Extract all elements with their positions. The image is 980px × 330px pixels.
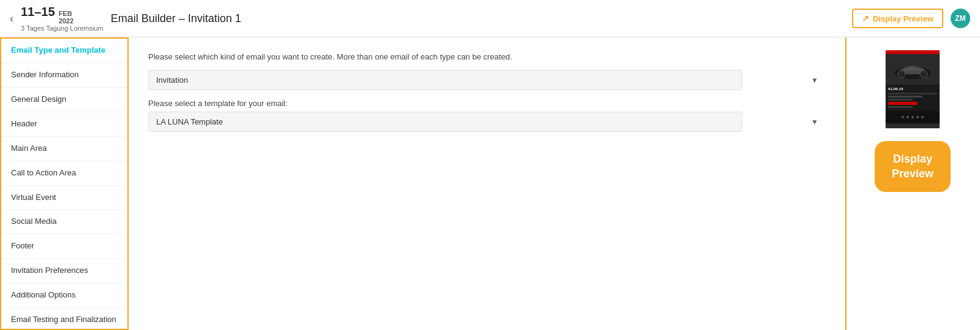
sidebar-item-social-media[interactable]: Social Media [1,210,127,234]
email-type-description: Please select which kind of email you wa… [148,52,826,61]
header-left: ‹ 11–15 FEB 2022 3 Tages Tagung Loremsiu… [10,5,241,32]
page-title: Email Builder – Invitation 1 [111,12,241,25]
main-layout: Email Type and TemplateSender Informatio… [0,37,980,330]
page-header: ‹ 11–15 FEB 2022 3 Tages Tagung Loremsiu… [0,0,980,37]
template-line-2 [888,96,922,98]
template-cta-bar [888,102,918,105]
template-preview-footer [886,123,940,128]
event-info: 11–15 FEB 2022 3 Tages Tagung Loremsium [21,5,104,32]
sidebar-item-invitation-preferences[interactable]: Invitation Preferences [1,259,127,283]
sidebar-nav: Email Type and TemplateSender Informatio… [0,37,129,330]
template-dot-4 [916,116,919,118]
display-preview-button-label: Display Preview [873,14,933,23]
external-link-icon: ↗ [862,13,869,23]
display-preview-bubble-line2: Preview [892,167,933,180]
svg-point-3 [920,71,927,78]
template-select[interactable]: LA LUNA Template [148,112,742,132]
sidebar-item-footer[interactable]: Footer [1,234,127,259]
sidebar-item-email-testing-finalization[interactable]: Email Testing and Finalization [1,308,127,330]
template-dot-5 [921,116,924,118]
template-select-label: Please select a template for your email: [148,99,826,108]
email-type-select-wrapper: Invitation ▼ [148,70,826,90]
car-image-icon [888,56,937,83]
template-dropdown-icon: ▼ [811,118,818,126]
display-preview-button[interactable]: ↗ Display Preview [852,9,943,28]
email-type-dropdown-icon: ▼ [811,76,818,85]
template-preview-card: 02.09.19 [885,50,940,129]
template-line-3 [888,99,913,101]
template-select-wrapper: LA LUNA Template ▼ [148,112,826,132]
display-preview-bubble[interactable]: Display Preview [875,141,951,192]
template-preview-body: 02.09.19 [886,85,940,111]
sidebar-item-call-to-action-area[interactable]: Call to Action Area [1,161,127,186]
event-subtitle: 3 Tages Tagung Loremsium [21,25,104,32]
main-content: Please select which kind of email you wa… [129,37,845,330]
event-dates: 11–15 FEB 2022 [21,5,104,25]
template-preview-bottom [886,111,940,123]
sidebar-item-general-design[interactable]: General Design [1,88,127,112]
sidebar-item-virtual-event[interactable]: Virtual Event [1,186,127,210]
template-line-1 [888,93,937,94]
template-dot-1 [902,116,904,118]
preview-left-border [845,37,846,330]
template-preview-image [886,54,940,85]
sidebar-item-additional-options[interactable]: Additional Options [1,283,127,308]
sidebar-item-sender-information[interactable]: Sender Information [1,63,127,88]
user-avatar[interactable]: ZM [951,9,970,28]
sidebar-item-header[interactable]: Header [1,112,127,137]
template-dot-3 [911,116,914,118]
sidebar-item-main-area[interactable]: Main Area [1,137,127,161]
event-dates-numbers: 11–15 [21,5,55,19]
preview-area: 02.09.19 Display Preview [845,37,980,330]
event-dates-month: FEB 2022 [59,10,74,25]
template-date-text: 02.09.19 [888,86,937,91]
display-preview-bubble-line1: Display [893,153,932,165]
back-button[interactable]: ‹ [10,13,13,24]
template-line-4 [888,106,913,108]
svg-point-2 [898,71,905,78]
template-dot-2 [907,116,909,118]
header-right: ↗ Display Preview ZM [852,9,970,28]
sidebar-item-email-type-template[interactable]: Email Type and Template [1,39,127,63]
email-type-select[interactable]: Invitation [148,70,742,90]
